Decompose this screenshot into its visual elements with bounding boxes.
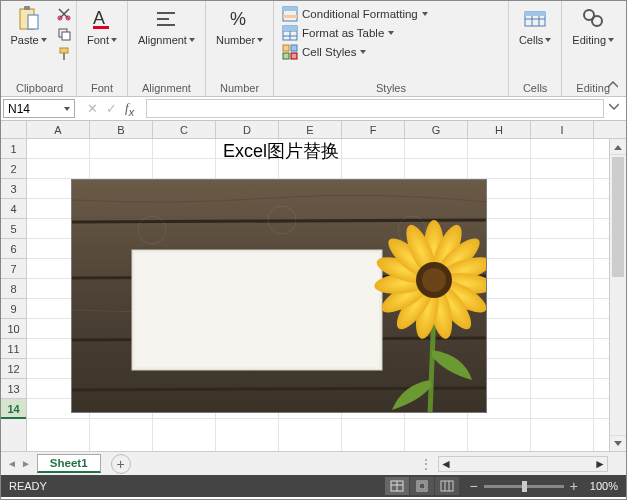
column-header[interactable]: I bbox=[531, 121, 594, 138]
zoom-level[interactable]: 100% bbox=[590, 480, 618, 492]
column-headers: A B C D E F G H I bbox=[1, 121, 626, 139]
row-header[interactable]: 12 bbox=[1, 359, 26, 379]
row-header[interactable]: 1 bbox=[1, 139, 26, 159]
svg-point-33 bbox=[592, 16, 602, 26]
view-page-break-button[interactable] bbox=[435, 477, 459, 495]
select-all-corner[interactable] bbox=[1, 121, 27, 138]
row-header[interactable]: 7 bbox=[1, 259, 26, 279]
svg-rect-69 bbox=[441, 481, 453, 491]
alignment-icon bbox=[152, 5, 180, 33]
column-header[interactable]: F bbox=[342, 121, 405, 138]
editing-button[interactable]: Editing bbox=[568, 3, 618, 48]
vertical-scrollbar[interactable] bbox=[609, 139, 626, 451]
expand-formula-bar-button[interactable] bbox=[606, 97, 622, 117]
column-header[interactable]: C bbox=[153, 121, 216, 138]
svg-line-36 bbox=[72, 220, 487, 222]
collapse-ribbon-button[interactable] bbox=[605, 78, 621, 92]
svg-rect-24 bbox=[291, 45, 297, 51]
new-sheet-button[interactable]: + bbox=[111, 454, 131, 474]
paste-label: Paste bbox=[10, 34, 38, 46]
column-header[interactable]: H bbox=[468, 121, 531, 138]
row-header[interactable]: 11 bbox=[1, 339, 26, 359]
vertical-scroll-thumb[interactable] bbox=[612, 157, 624, 277]
zoom-slider-thumb[interactable] bbox=[522, 481, 527, 492]
view-normal-button[interactable] bbox=[385, 477, 409, 495]
format-painter-button[interactable] bbox=[55, 45, 73, 63]
cell-styles-button[interactable]: Cell Styles bbox=[280, 43, 502, 61]
number-button[interactable]: % Number bbox=[212, 3, 267, 48]
scroll-left-button[interactable]: ◄ bbox=[439, 457, 453, 471]
svg-rect-1 bbox=[24, 6, 30, 10]
svg-rect-8 bbox=[63, 53, 65, 60]
sheet-tab-active[interactable]: Sheet1 bbox=[37, 454, 101, 473]
sheet-tab-row: ◄ ► Sheet1 + ⋮ ◄ ► bbox=[1, 451, 626, 475]
status-bar: READY − + 100% bbox=[1, 475, 626, 497]
svg-rect-7 bbox=[60, 48, 68, 53]
copy-button[interactable] bbox=[55, 25, 73, 43]
cells-button[interactable]: Cells bbox=[515, 3, 555, 48]
zoom-out-button[interactable]: − bbox=[469, 478, 477, 494]
cancel-formula-button[interactable]: ✕ bbox=[87, 101, 98, 116]
row-header[interactable]: 5 bbox=[1, 219, 26, 239]
row-header[interactable]: 6 bbox=[1, 239, 26, 259]
tab-nav-prev[interactable]: ◄ bbox=[7, 458, 17, 469]
column-header[interactable]: D bbox=[216, 121, 279, 138]
scroll-down-button[interactable] bbox=[610, 435, 626, 451]
formula-input[interactable] bbox=[146, 99, 604, 118]
row-header[interactable]: 13 bbox=[1, 379, 26, 399]
find-icon bbox=[579, 5, 607, 33]
group-alignment: Alignment Alignment bbox=[128, 1, 206, 96]
scroll-right-button[interactable]: ► bbox=[593, 457, 607, 471]
svg-text:%: % bbox=[230, 9, 246, 29]
conditional-formatting-button[interactable]: Conditional Formatting bbox=[280, 5, 502, 23]
view-page-layout-button[interactable] bbox=[410, 477, 434, 495]
svg-rect-68 bbox=[419, 483, 425, 489]
chevron-down-icon bbox=[422, 12, 428, 16]
zoom-slider[interactable] bbox=[484, 485, 564, 488]
alignment-button[interactable]: Alignment bbox=[134, 3, 199, 48]
paste-button[interactable]: Paste bbox=[6, 3, 50, 48]
chevron-down-icon bbox=[41, 38, 47, 42]
tab-nav-next[interactable]: ► bbox=[21, 458, 31, 469]
conditional-formatting-icon bbox=[282, 6, 298, 22]
font-label: Font bbox=[87, 34, 109, 46]
column-header[interactable]: E bbox=[279, 121, 342, 138]
column-header[interactable]: B bbox=[90, 121, 153, 138]
tab-split-handle[interactable]: ⋮ bbox=[414, 457, 438, 471]
chevron-down-icon[interactable] bbox=[64, 107, 70, 111]
group-label-font: Font bbox=[83, 80, 121, 96]
svg-rect-22 bbox=[283, 26, 297, 31]
cells-canvas[interactable]: Excel图片替换 bbox=[27, 139, 609, 451]
svg-rect-2 bbox=[28, 15, 38, 29]
editing-label: Editing bbox=[572, 34, 606, 46]
formula-controls: ✕ ✓ fx bbox=[77, 97, 144, 120]
format-as-table-button[interactable]: Format as Table bbox=[280, 24, 502, 42]
row-header[interactable]: 3 bbox=[1, 179, 26, 199]
cell-styles-label: Cell Styles bbox=[302, 46, 356, 58]
name-box-input[interactable] bbox=[8, 102, 54, 116]
embedded-picture[interactable] bbox=[71, 179, 487, 413]
name-box[interactable] bbox=[3, 99, 75, 118]
scroll-up-button[interactable] bbox=[610, 139, 626, 155]
row-header[interactable]: 2 bbox=[1, 159, 26, 179]
font-button[interactable]: A Font bbox=[83, 3, 121, 48]
column-header[interactable]: G bbox=[405, 121, 468, 138]
row-header[interactable]: 8 bbox=[1, 279, 26, 299]
fx-icon[interactable]: fx bbox=[125, 100, 134, 118]
enter-formula-button[interactable]: ✓ bbox=[106, 101, 117, 116]
horizontal-scrollbar[interactable]: ◄ ► bbox=[438, 456, 608, 472]
svg-rect-25 bbox=[283, 53, 289, 59]
chevron-down-icon bbox=[608, 38, 614, 42]
column-header[interactable]: A bbox=[27, 121, 90, 138]
zoom-in-button[interactable]: + bbox=[570, 478, 578, 494]
group-label-styles: Styles bbox=[280, 80, 502, 96]
row-header[interactable]: 4 bbox=[1, 199, 26, 219]
cut-button[interactable] bbox=[55, 5, 73, 23]
svg-rect-17 bbox=[283, 15, 297, 18]
svg-text:A: A bbox=[93, 8, 105, 28]
row-header[interactable]: 10 bbox=[1, 319, 26, 339]
svg-rect-6 bbox=[62, 32, 70, 40]
row-header[interactable]: 9 bbox=[1, 299, 26, 319]
chevron-down-icon bbox=[545, 38, 551, 42]
row-header[interactable]: 14 bbox=[1, 399, 26, 419]
